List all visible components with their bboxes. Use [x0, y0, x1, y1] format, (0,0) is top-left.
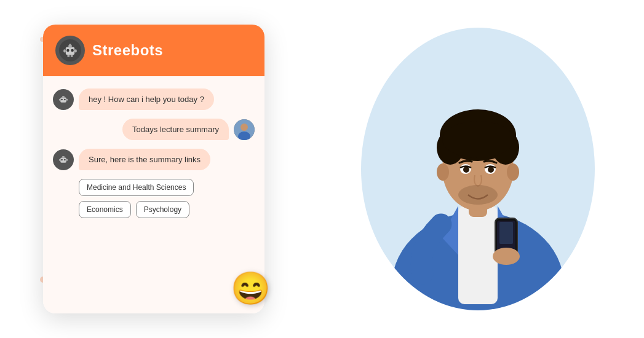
svg-point-18 — [241, 124, 248, 131]
user-avatar — [234, 119, 255, 140]
bubble-bot-2: Sure, here is the summary links — [79, 149, 210, 170]
svg-rect-9 — [71, 55, 73, 57]
svg-point-43 — [458, 185, 498, 205]
bubble-user-1: Todays lecture summary — [122, 119, 229, 140]
svg-point-22 — [61, 159, 62, 160]
link-row-2: Economics Psychology — [79, 201, 255, 218]
svg-rect-46 — [499, 222, 513, 244]
svg-point-23 — [64, 159, 65, 160]
chat-card-wrapper: Streebots hey ! How — [37, 18, 271, 320]
svg-rect-28 — [458, 206, 498, 304]
app-title: Streebots — [92, 42, 163, 59]
svg-rect-24 — [59, 159, 60, 161]
person-photo-wrapper — [349, 18, 607, 320]
svg-point-3 — [71, 49, 74, 52]
svg-rect-4 — [63, 49, 66, 52]
svg-point-41 — [463, 167, 469, 173]
svg-point-38 — [507, 163, 519, 181]
person-illustration — [361, 28, 595, 310]
message-row-3: Sure, here is the summary links — [53, 149, 255, 170]
svg-point-47 — [493, 248, 520, 265]
link-psychology[interactable]: Psychology — [136, 201, 189, 218]
link-buttons-section: Medicine and Health Sciences Economics P… — [53, 179, 255, 218]
svg-point-12 — [61, 99, 62, 100]
svg-rect-25 — [66, 159, 68, 161]
oval-frame — [361, 28, 595, 310]
link-row-1: Medicine and Health Sciences — [79, 179, 255, 196]
bot-avatar-msg1 — [53, 89, 74, 110]
svg-rect-5 — [74, 49, 77, 52]
svg-rect-26 — [62, 156, 65, 158]
link-economics[interactable]: Economics — [79, 201, 131, 218]
svg-point-36 — [442, 121, 514, 158]
svg-point-13 — [64, 99, 65, 100]
svg-point-2 — [66, 49, 70, 52]
emoji-decoration: 😄 — [231, 270, 271, 307]
bot-avatar-msg3 — [53, 149, 74, 170]
message-row-1: hey ! How can i help you today ? — [53, 88, 255, 110]
bot-avatar-header — [55, 36, 85, 65]
svg-point-7 — [69, 44, 71, 46]
bubble-bot-1: hey ! How can i help you today ? — [79, 88, 214, 110]
svg-rect-8 — [68, 55, 70, 57]
chat-header: Streebots — [43, 25, 264, 76]
svg-rect-15 — [66, 99, 68, 101]
message-row-2: Todays lecture summary — [53, 119, 255, 140]
link-medicine[interactable]: Medicine and Health Sciences — [79, 179, 194, 196]
svg-rect-16 — [62, 96, 65, 98]
svg-point-37 — [437, 163, 449, 181]
svg-point-42 — [488, 167, 494, 173]
svg-rect-14 — [59, 99, 60, 101]
